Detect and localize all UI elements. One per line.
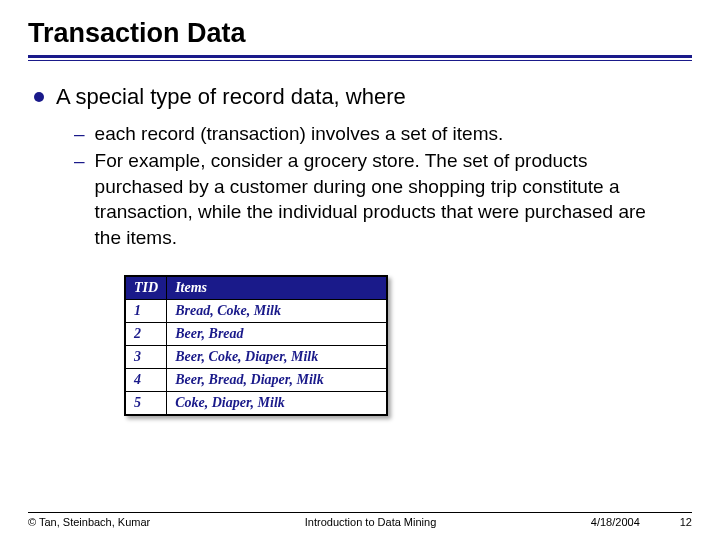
bullet-dot-icon [34,92,44,102]
sub-bullet-item: – For example, consider a grocery store.… [74,148,686,251]
footer-copyright: © Tan, Steinbach, Kumar [28,516,150,528]
cell-items: Beer, Bread, Diaper, Milk [167,368,387,391]
col-header-items: Items [167,276,387,299]
footer-date: 4/18/2004 [591,516,680,528]
table-row: 3 Beer, Coke, Diaper, Milk [126,345,387,368]
col-header-tid: TID [126,276,167,299]
footer-center: Introduction to Data Mining [150,516,591,528]
bullet-item: A special type of record data, where [34,83,686,111]
slide-footer: © Tan, Steinbach, Kumar Introduction to … [28,512,692,528]
cell-tid: 3 [126,345,167,368]
cell-tid: 2 [126,322,167,345]
bullet-text: A special type of record data, where [56,83,406,111]
slide: Transaction Data A special type of recor… [0,0,720,540]
cell-tid: 1 [126,299,167,322]
cell-items: Bread, Coke, Milk [167,299,387,322]
sub-bullet-text: each record (transaction) involves a set… [95,121,504,147]
sub-bullet-item: – each record (transaction) involves a s… [74,121,686,147]
table-row: 4 Beer, Bread, Diaper, Milk [126,368,387,391]
table-row: 1 Bread, Coke, Milk [126,299,387,322]
cell-items: Coke, Diaper, Milk [167,391,387,414]
dash-icon: – [74,121,85,147]
slide-body: A special type of record data, where – e… [28,83,692,420]
table-row: 2 Beer, Bread [126,322,387,345]
slide-title: Transaction Data [28,18,692,49]
cell-tid: 4 [126,368,167,391]
cell-items: Beer, Bread [167,322,387,345]
cell-items: Beer, Coke, Diaper, Milk [167,345,387,368]
sub-bullet-text: For example, consider a grocery store. T… [95,148,655,251]
dash-icon: – [74,148,85,174]
table-row: 5 Coke, Diaper, Milk [126,391,387,414]
footer-page: 12 [680,516,692,528]
cell-tid: 5 [126,391,167,414]
sub-bullet-list: – each record (transaction) involves a s… [74,121,686,251]
table-header-row: TID Items [126,276,387,299]
transactions-table: TID Items 1 Bread, Coke, Milk 2 Beer, Br… [124,275,388,416]
title-rule [28,55,692,61]
